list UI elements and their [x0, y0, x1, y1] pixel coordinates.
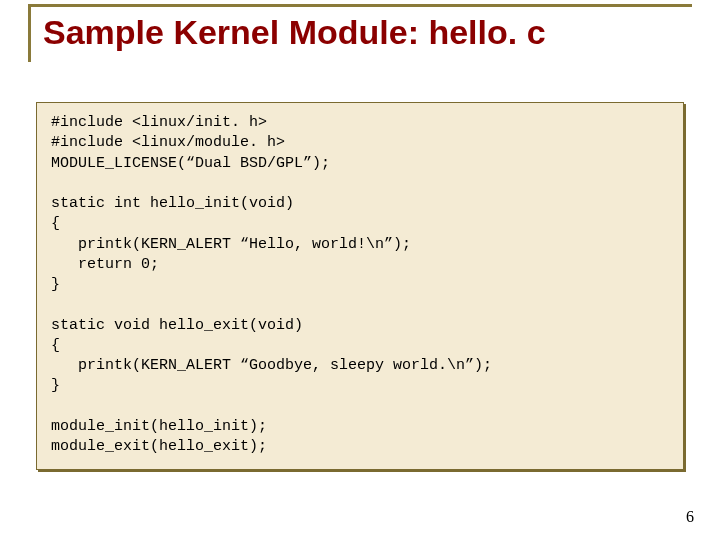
code-line: } [51, 377, 60, 394]
code-line: MODULE_LICENSE(“Dual BSD/GPL”); [51, 155, 330, 172]
code-line: static int hello_init(void) [51, 195, 294, 212]
code-line: module_init(hello_init); [51, 418, 267, 435]
code-line: static void hello_exit(void) [51, 317, 303, 334]
code-line: module_exit(hello_exit); [51, 438, 267, 455]
code-line: { [51, 337, 60, 354]
page-number: 6 [686, 508, 694, 526]
slide-title: Sample Kernel Module: hello. c [43, 13, 692, 52]
code-line: return 0; [51, 256, 159, 273]
slide: Sample Kernel Module: hello. c #include … [0, 0, 720, 540]
code-box: #include <linux/init. h> #include <linux… [36, 102, 684, 470]
code-line: printk(KERN_ALERT “Goodbye, sleepy world… [51, 357, 492, 374]
code-line: } [51, 276, 60, 293]
code-line: #include <linux/init. h> [51, 114, 267, 131]
code-line: printk(KERN_ALERT “Hello, world!\n”); [51, 236, 411, 253]
title-rule: Sample Kernel Module: hello. c [28, 4, 692, 62]
title-container: Sample Kernel Module: hello. c [28, 7, 692, 62]
code-line: { [51, 215, 60, 232]
code-line: #include <linux/module. h> [51, 134, 285, 151]
